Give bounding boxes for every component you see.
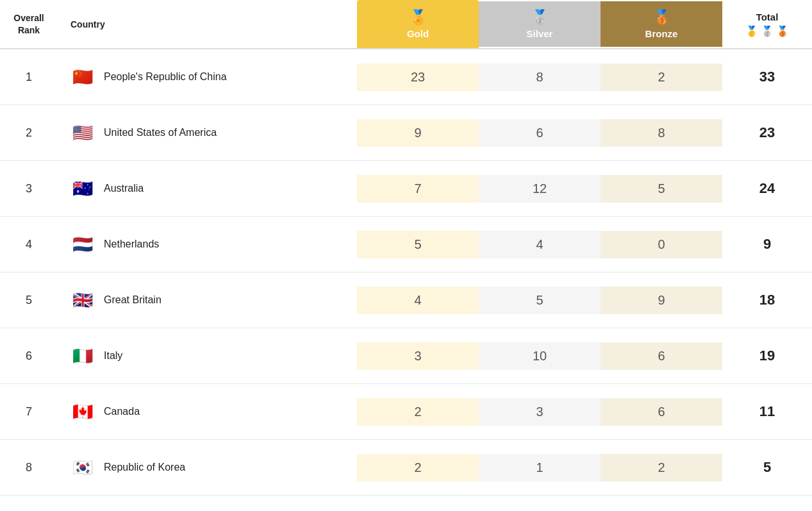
bronze-cell: 6 [601,398,722,426]
flag-emoji: 🇨🇳 [72,69,93,85]
bronze-cell: 2 [601,63,722,91]
silver-cell: 1 [479,454,601,482]
country-header: Country [58,12,357,37]
total-cell: 19 [722,341,812,371]
country-name: Italy [104,350,122,362]
gold-cell: 3 [357,342,479,370]
flag-emoji: 🇮🇹 [72,348,93,364]
table-row: 3 🇦🇺 Australia 7 12 5 24 [0,161,812,217]
country-name: Republic of Korea [104,462,185,473]
table-body: 1 🇨🇳 People's Republic of China 23 8 2 3… [0,49,812,496]
country-cell: 🇨🇳 People's Republic of China [58,58,357,96]
flag-emoji: 🇨🇦 [72,403,93,420]
bronze-cell: 5 [601,175,722,203]
gold-cell: 4 [357,287,479,314]
rank-cell: 4 [0,231,58,258]
gold-header: 🏅 Gold [357,0,479,48]
rank-header-line1: Overall [13,12,44,24]
rank-cell: 6 [0,343,58,369]
flag-icon: 🇮🇹 [70,344,95,368]
total-header: Total 🥇 🥈 🥉 [722,4,812,45]
total-cell: 9 [722,230,812,259]
flag-icon: 🇬🇧 [70,288,95,312]
flag-icon: 🇰🇷 [70,455,95,480]
flag-emoji: 🇬🇧 [72,292,93,308]
total-cell: 5 [722,453,812,482]
table-row: 4 🇳🇱 Netherlands 5 4 0 9 [0,217,812,272]
silver-cell: 10 [479,342,601,370]
bronze-cell: 6 [601,342,722,370]
bronze-header-label: Bronze [645,28,678,39]
flag-emoji: 🇺🇸 [72,124,93,141]
silver-cell: 4 [479,231,601,258]
gold-cell: 7 [357,175,479,203]
flag-emoji: 🇰🇷 [72,459,93,476]
total-cell: 11 [722,397,812,426]
gold-cell: 2 [357,454,479,482]
country-name: People's Republic of China [104,71,227,83]
silver-cell: 6 [479,119,601,147]
flag-icon: 🇺🇸 [70,121,95,145]
gold-cell: 5 [357,231,479,258]
country-name: Netherlands [104,239,159,250]
flag-icon: 🇨🇳 [70,65,95,89]
silver-cell: 8 [479,63,601,91]
total-bronze-icon: 🥉 [776,25,789,37]
table-row: 5 🇬🇧 Great Britain 4 5 9 18 [0,272,812,328]
country-cell: 🇳🇱 Netherlands [58,226,357,263]
country-name: Australia [104,183,144,194]
rank-header: Overall Rank [0,4,58,43]
table-header: Overall Rank Country 🏅 Gold 🥈 Silver 🥉 B… [0,0,812,49]
bronze-cell: 9 [601,287,722,314]
bronze-cell: 2 [601,454,722,482]
silver-header: 🥈 Silver [479,1,601,47]
total-cell: 18 [722,285,812,315]
flag-icon: 🇳🇱 [70,232,95,256]
total-cell: 24 [722,174,812,203]
silver-medal-icon: 🥈 [531,9,549,26]
silver-cell: 12 [479,175,601,203]
gold-cell: 9 [357,119,479,147]
total-icons: 🥇 🥈 🥉 [745,25,789,37]
total-silver-icon: 🥈 [761,25,774,37]
bronze-medal-icon: 🥉 [653,9,670,26]
silver-header-label: Silver [527,28,553,39]
country-name: Canada [104,406,140,417]
rank-cell: 2 [0,120,58,146]
total-cell: 23 [722,118,812,147]
medal-table: Overall Rank Country 🏅 Gold 🥈 Silver 🥉 B… [0,0,812,496]
rank-cell: 3 [0,176,58,202]
country-cell: 🇮🇹 Italy [58,337,357,374]
total-cell: 33 [722,62,812,92]
country-cell: 🇦🇺 Australia [58,170,357,207]
flag-emoji: 🇳🇱 [72,236,93,253]
silver-cell: 5 [479,287,601,314]
table-row: 2 🇺🇸 United States of America 9 6 8 23 [0,105,812,161]
country-cell: 🇰🇷 Republic of Korea [58,449,357,486]
rank-cell: 5 [0,287,58,314]
country-cell: 🇺🇸 United States of America [58,114,357,151]
total-gold-icon: 🥇 [745,25,758,37]
flag-icon: 🇨🇦 [70,399,95,424]
rank-cell: 7 [0,399,58,425]
gold-cell: 2 [357,398,479,426]
country-cell: 🇨🇦 Canada [58,393,357,430]
silver-cell: 3 [479,398,601,426]
rank-header-line2: Rank [18,24,40,36]
country-name: United States of America [104,127,217,138]
country-cell: 🇬🇧 Great Britain [58,281,357,319]
gold-medal-icon: 🏅 [410,9,427,26]
bronze-header: 🥉 Bronze [601,1,722,47]
rank-cell: 8 [0,455,58,481]
flag-icon: 🇦🇺 [70,176,95,201]
flag-emoji: 🇦🇺 [72,180,93,197]
total-header-label: Total [756,12,779,22]
rank-cell: 1 [0,64,58,90]
table-row: 8 🇰🇷 Republic of Korea 2 1 2 5 [0,440,812,496]
bronze-cell: 8 [601,119,722,147]
table-row: 6 🇮🇹 Italy 3 10 6 19 [0,328,812,384]
table-row: 1 🇨🇳 People's Republic of China 23 8 2 3… [0,49,812,105]
bronze-cell: 0 [601,231,722,258]
table-row: 7 🇨🇦 Canada 2 3 6 11 [0,384,812,440]
country-header-label: Country [70,19,105,29]
